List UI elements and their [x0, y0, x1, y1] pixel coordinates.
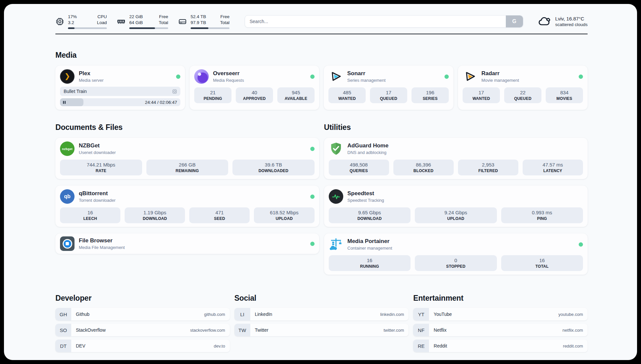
stat-box: 39.6 TBDOWNLOADED — [232, 160, 315, 175]
now-playing-title: Bullet Train — [64, 89, 87, 94]
overseerr-icon — [194, 69, 209, 84]
cpu-load-label: Load — [91, 20, 107, 26]
search-input[interactable] — [245, 15, 506, 27]
stat-box: 17WANTED — [463, 87, 500, 103]
cloud-icon — [538, 15, 551, 28]
weather-widget: Lviv, 16.87°C scattered clouds — [538, 15, 588, 28]
service-card-plex[interactable]: ❯ Plex Media server Bullet Train 24:44 /… — [55, 66, 185, 110]
service-subtitle: Media server — [79, 78, 104, 83]
status-dot — [310, 242, 315, 246]
stat-box: 47.57 msLATENCY — [523, 160, 583, 175]
stat-box: 9.65 GbpsDOWNLOAD — [329, 207, 411, 223]
bookmark-url: linkedin.com — [380, 308, 409, 320]
bookmark-reddit[interactable]: RE Reddit reddit.com — [413, 340, 588, 352]
service-card-sonarr[interactable]: Sonarr Series management 485WANTED 17QUE… — [324, 66, 453, 110]
bookmark-abbr: NF — [413, 324, 429, 336]
cpu-usage-label: CPU — [91, 14, 107, 20]
storage-progress-bar — [191, 27, 229, 29]
stat-box: 40APPROVED — [236, 87, 273, 103]
stat-box: 86,396BLOCKED — [393, 160, 454, 175]
bookmark-abbr: LI — [234, 308, 250, 320]
bookmark-abbr: GH — [55, 308, 71, 320]
bookmark-name: LinkedIn — [250, 308, 272, 320]
bookmark-group-title: Developer — [55, 294, 230, 303]
playback-time: 24:44 / 02:06:47 — [145, 98, 177, 106]
stat-box: 22QUEUED — [504, 87, 541, 103]
service-subtitle: Movie management — [481, 78, 519, 83]
storage-free-value: 52.4 TB — [191, 14, 209, 20]
cpu-progress-bar — [68, 27, 107, 29]
service-subtitle: DNS and adblocking — [348, 150, 389, 155]
portainer-icon — [329, 237, 343, 252]
now-playing-bar: Bullet Train — [60, 87, 180, 96]
bookmark-abbr: SO — [55, 324, 71, 336]
service-card-filebrowser[interactable]: File Browser Media File Management — [55, 233, 319, 254]
storage-widget: 52.4 TB 97.9 TB Free Total — [178, 14, 229, 29]
service-subtitle: Torrent downloader — [79, 198, 115, 203]
status-dot — [579, 242, 583, 247]
service-title: qBittorrent — [79, 190, 115, 197]
service-title: AdGuard Home — [348, 142, 389, 149]
bookmark-name: Github — [71, 308, 89, 320]
service-subtitle: Speedtest Tracking — [348, 198, 384, 203]
bookmark-url: twitter.com — [383, 324, 409, 336]
filebrowser-icon — [60, 236, 75, 251]
stat-box: 16RUNNING — [329, 255, 411, 271]
status-dot — [310, 195, 315, 199]
service-card-radarr[interactable]: Radarr Movie management 17WANTED 22QUEUE… — [458, 66, 588, 110]
service-subtitle: Media Requests — [213, 78, 244, 83]
cpu-icon — [55, 17, 64, 26]
dashboard-page: 17% 3.2 CPU Load — [4, 4, 637, 360]
service-card-speedtest[interactable]: Speedtest Speedtest Tracking 9.65 GbpsDO… — [324, 186, 588, 227]
memory-icon — [117, 17, 126, 26]
stat-box: 2,953FILTERED — [458, 160, 518, 175]
bookmark-netflix[interactable]: NF Netflix netflix.com — [413, 324, 588, 336]
service-card-overseerr[interactable]: Overseerr Media Requests 21PENDING 40APP… — [190, 66, 319, 110]
service-title: Overseerr — [213, 70, 244, 77]
service-subtitle: Usenet downloader — [79, 150, 116, 155]
service-card-portainer[interactable]: Media Portainer Container management 16R… — [324, 233, 588, 275]
search-provider-button[interactable]: G — [506, 15, 523, 27]
bookmark-group-title: Social — [234, 294, 409, 303]
bookmark-group-developer: Developer GH Github github.com SO StackO… — [55, 294, 230, 352]
service-card-nzbget[interactable]: nzbget NZBGet Usenet downloader 744.21 M… — [55, 138, 319, 179]
bookmark-youtube[interactable]: YT YouTube youtube.com — [413, 308, 588, 320]
video-icon — [172, 89, 177, 94]
stat-box: 17QUEUED — [370, 87, 407, 103]
bookmark-abbr: DT — [55, 340, 71, 352]
bookmark-stackoverflow[interactable]: SO StackOverflow stackoverflow.com — [55, 324, 230, 336]
pause-icon — [63, 101, 66, 104]
bookmark-abbr: RE — [413, 340, 429, 352]
status-dot — [310, 147, 315, 151]
bookmark-url: dev.to — [214, 340, 229, 352]
cpu-load-value: 3.2 — [68, 20, 82, 26]
status-dot — [579, 75, 583, 79]
service-card-adguard[interactable]: AdGuard Home DNS and adblocking 498,508Q… — [324, 138, 588, 179]
storage-total-label: Total — [217, 20, 229, 26]
bookmark-name: DEV — [71, 340, 85, 352]
stat-box: 618.52 MbpsUPLOAD — [254, 207, 314, 223]
weather-location: Lviv, 16.87°C — [555, 16, 588, 21]
bookmark-linkedin[interactable]: LI LinkedIn linkedin.com — [234, 308, 409, 320]
service-subtitle: Series management — [347, 78, 385, 83]
bookmark-name: YouTube — [429, 308, 452, 320]
cpu-widget: 17% 3.2 CPU Load — [55, 14, 107, 29]
status-dot — [310, 75, 315, 79]
service-subtitle: Container management — [348, 246, 392, 251]
status-dot — [444, 75, 449, 79]
status-dot — [176, 75, 180, 79]
stat-box: 21PENDING — [194, 87, 231, 103]
service-card-qbittorrent[interactable]: qb qBittorrent Torrent downloader 16LEEC… — [55, 186, 319, 227]
bookmark-dev[interactable]: DT DEV dev.to — [55, 340, 230, 352]
bookmark-github[interactable]: GH Github github.com — [55, 308, 230, 320]
service-title: NZBGet — [79, 142, 116, 149]
section-title-media: Media — [55, 51, 588, 60]
bookmark-name: Reddit — [429, 340, 447, 352]
media-services-grid: ❯ Plex Media server Bullet Train 24:44 /… — [55, 66, 588, 110]
stat-box: 9.24 GbpsUPLOAD — [415, 207, 497, 223]
bookmark-twitter[interactable]: TW Twitter twitter.com — [234, 324, 409, 336]
bookmark-group-title: Entertainment — [413, 294, 588, 303]
storage-free-label: Free — [217, 14, 229, 20]
bookmark-group-social: Social LI LinkedIn linkedin.com TW Twitt… — [234, 294, 409, 352]
service-subtitle: Media File Management — [79, 245, 125, 250]
